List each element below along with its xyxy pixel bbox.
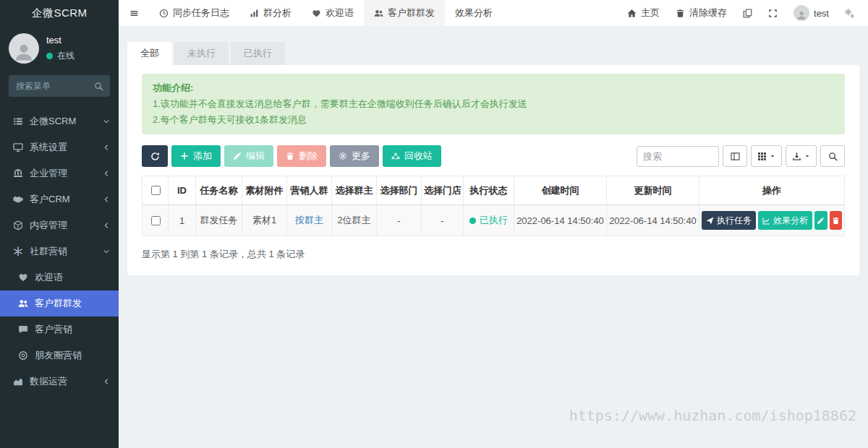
settings-button[interactable]: [837, 0, 862, 26]
more-button[interactable]: 更多: [330, 145, 379, 167]
cell-material: 素材1: [242, 205, 287, 236]
sidebar-item-label: 客户群群发: [35, 297, 110, 310]
status-tabs: 全部 未执行 已执行: [119, 26, 868, 65]
sidebar-item-welcome-message[interactable]: 欢迎语: [0, 264, 119, 290]
row-actions: 执行任务 效果分析: [702, 211, 842, 230]
add-button[interactable]: 添加: [171, 145, 221, 167]
nav-item-effect-analysis[interactable]: 效果分析: [445, 0, 503, 26]
delete-button[interactable]: 删除: [277, 145, 326, 167]
asterisk-icon: [13, 246, 23, 257]
sidebar-item-moments-marketing[interactable]: 朋友圈营销: [0, 343, 119, 369]
tab-not-executed[interactable]: 未执行: [174, 42, 229, 65]
refresh-button[interactable]: [142, 145, 168, 167]
sidebar-item-data-operation[interactable]: 数据运营: [0, 369, 119, 395]
clear-cache-label: 清除缓存: [689, 7, 727, 20]
users-icon: [18, 298, 28, 309]
avatar: [793, 5, 809, 21]
feature-notice: 功能介绍: 1.该功能并不会直接发送消息给客户群，需要群主在企微端收到任务后确认…: [142, 74, 845, 134]
col-updated[interactable]: 更新时间: [607, 176, 699, 205]
home-button[interactable]: 主页: [619, 0, 668, 26]
sidebar-item-label: 内容管理: [30, 219, 96, 232]
users-icon: [374, 9, 383, 18]
nav-item-customer-group-mass-send[interactable]: 客户群群发: [364, 0, 445, 26]
col-material[interactable]: 素材附件: [242, 176, 287, 205]
sidebar-item-customer-crm[interactable]: 客户CRM: [0, 186, 119, 212]
nav-item-welcome-message[interactable]: 欢迎语: [302, 0, 364, 26]
caret-down-icon: [804, 153, 810, 159]
col-select: [142, 176, 169, 205]
sidebar-item-label: 欢迎语: [35, 271, 110, 284]
sidebar-item-community-marketing[interactable]: 社群营销: [0, 238, 119, 264]
cell-owners: 2位群主: [332, 205, 377, 236]
watermark-text: https://www.huzhan.com/ishop18862: [569, 407, 856, 424]
col-status[interactable]: 执行状态: [464, 176, 514, 205]
clock-icon: [159, 9, 169, 18]
execute-task-button[interactable]: 执行任务: [702, 211, 756, 230]
status-label: 已执行: [480, 214, 508, 227]
fullscreen-icon: [768, 9, 778, 18]
heart-icon: [18, 272, 28, 283]
status-dot-icon: [469, 217, 476, 224]
sidebar-toggle-button[interactable]: [119, 0, 149, 26]
person-icon: [796, 10, 807, 20]
sidebar-item-label: 朋友圈营销: [35, 349, 110, 362]
sidebar-item-system-settings[interactable]: 系统设置: [0, 134, 119, 160]
nav-item-group-analysis[interactable]: 群分析: [239, 0, 302, 26]
area-chart-icon: [13, 376, 23, 387]
copy-tabs-button[interactable]: [735, 0, 760, 26]
user-status-label: 在线: [57, 50, 75, 62]
search-submit-button[interactable]: [820, 145, 845, 167]
columns-grid-icon: [757, 152, 767, 161]
export-button[interactable]: [786, 145, 817, 167]
col-store[interactable]: 选择门店: [422, 176, 464, 205]
nav-item-sync-task-log[interactable]: 同步任务日志: [149, 0, 239, 26]
clear-cache-button[interactable]: 清除缓存: [668, 0, 735, 26]
home-icon: [627, 9, 637, 18]
trash-icon: [832, 217, 840, 225]
comment-icon: [18, 324, 28, 335]
delete-label: 删除: [299, 150, 318, 163]
brand-logo[interactable]: 企微SCRM: [0, 0, 119, 26]
table-search-input[interactable]: [637, 146, 719, 167]
delete-row-button[interactable]: [830, 211, 843, 230]
col-dept[interactable]: 选择部门: [377, 176, 422, 205]
cell-updated-at: 2022-06-14 14:50:40: [607, 205, 699, 236]
tab-executed[interactable]: 已执行: [231, 42, 285, 65]
select-all-checkbox[interactable]: [151, 186, 161, 195]
sidebar-item-customer-group-mass-send[interactable]: 客户群群发: [0, 290, 119, 316]
search-icon[interactable]: [94, 82, 103, 91]
search-icon: [828, 152, 838, 161]
sidebar-item-enterprise-management[interactable]: 企业管理: [0, 160, 119, 186]
columns-button[interactable]: [751, 145, 782, 167]
effect-analysis-button[interactable]: 效果分析: [758, 211, 812, 230]
circle-icon: [18, 350, 28, 361]
sidebar-item-qiwei-scrm[interactable]: 企微SCRM: [0, 108, 119, 134]
execute-task-label: 执行任务: [717, 215, 752, 227]
table-header-row: ID 任务名称 素材附件 营销人群 选择群主 选择部门 选择门店 执行状态 创建…: [142, 176, 845, 205]
chevron-left-icon: [103, 170, 110, 177]
user-menu[interactable]: test: [786, 0, 837, 26]
person-icon: [14, 42, 34, 62]
col-created[interactable]: 创建时间: [514, 176, 607, 205]
fullscreen-button[interactable]: [760, 0, 786, 26]
col-task-name[interactable]: 任务名称: [196, 176, 242, 205]
row-checkbox[interactable]: [151, 216, 161, 225]
table-row: 1 群发任务 素材1 按群主 2位群主 - - 已执行: [142, 205, 845, 236]
more-label: 更多: [352, 150, 370, 163]
toggle-view-button[interactable]: [723, 145, 747, 167]
edit-row-button[interactable]: [814, 211, 827, 230]
chevron-down-icon: [103, 118, 110, 125]
tab-all[interactable]: 全部: [127, 42, 172, 65]
sidebar-item-content-management[interactable]: 内容管理: [0, 212, 119, 238]
status-badge: 已执行: [469, 214, 508, 227]
sidebar-item-customer-marketing[interactable]: 客户营销: [0, 316, 119, 343]
cell-audience-link[interactable]: 按群主: [295, 215, 323, 225]
sidebar-menu: 企微SCRM 系统设置 企业管理 客户CRM 内容管理: [0, 108, 119, 395]
recycle-bin-button[interactable]: 回收站: [383, 145, 441, 167]
col-owners[interactable]: 选择群主: [332, 176, 377, 205]
desktop-icon: [13, 142, 23, 152]
edit-button[interactable]: 编辑: [224, 145, 273, 167]
sidebar-item-label: 企业管理: [30, 167, 96, 180]
col-id[interactable]: ID: [169, 176, 196, 205]
col-audience[interactable]: 营销人群: [287, 176, 332, 205]
